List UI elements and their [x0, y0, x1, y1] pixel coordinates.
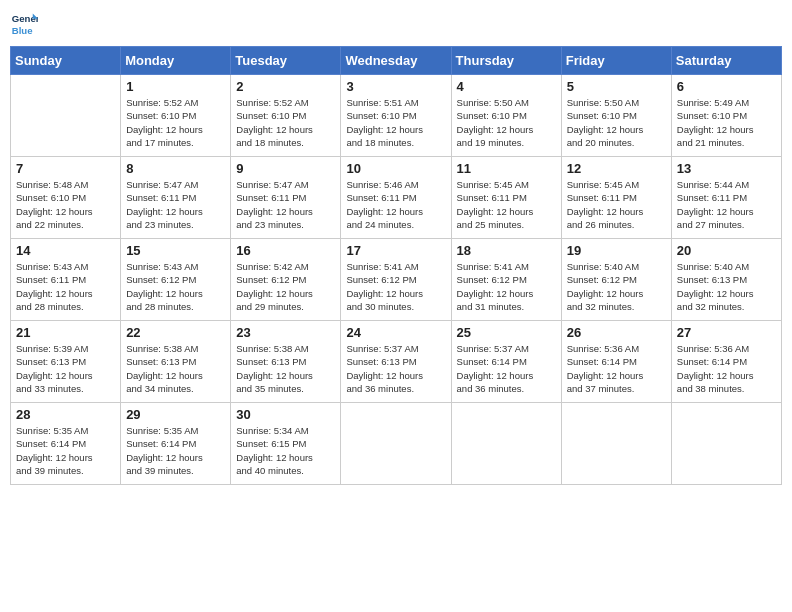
day-number: 9: [236, 161, 335, 176]
day-info: Sunrise: 5:48 AMSunset: 6:10 PMDaylight:…: [16, 178, 115, 231]
day-number: 26: [567, 325, 666, 340]
day-info: Sunrise: 5:38 AMSunset: 6:13 PMDaylight:…: [236, 342, 335, 395]
weekday-header: Wednesday: [341, 47, 451, 75]
day-info: Sunrise: 5:39 AMSunset: 6:13 PMDaylight:…: [16, 342, 115, 395]
calendar-cell: [451, 403, 561, 485]
calendar-cell: 4Sunrise: 5:50 AMSunset: 6:10 PMDaylight…: [451, 75, 561, 157]
calendar-cell: 7Sunrise: 5:48 AMSunset: 6:10 PMDaylight…: [11, 157, 121, 239]
day-number: 20: [677, 243, 776, 258]
day-number: 12: [567, 161, 666, 176]
calendar-cell: 27Sunrise: 5:36 AMSunset: 6:14 PMDayligh…: [671, 321, 781, 403]
day-info: Sunrise: 5:37 AMSunset: 6:13 PMDaylight:…: [346, 342, 445, 395]
day-number: 2: [236, 79, 335, 94]
day-number: 17: [346, 243, 445, 258]
weekday-header: Sunday: [11, 47, 121, 75]
day-info: Sunrise: 5:45 AMSunset: 6:11 PMDaylight:…: [457, 178, 556, 231]
calendar-cell: 13Sunrise: 5:44 AMSunset: 6:11 PMDayligh…: [671, 157, 781, 239]
calendar-cell: 20Sunrise: 5:40 AMSunset: 6:13 PMDayligh…: [671, 239, 781, 321]
calendar-cell: 22Sunrise: 5:38 AMSunset: 6:13 PMDayligh…: [121, 321, 231, 403]
day-info: Sunrise: 5:38 AMSunset: 6:13 PMDaylight:…: [126, 342, 225, 395]
day-info: Sunrise: 5:47 AMSunset: 6:11 PMDaylight:…: [236, 178, 335, 231]
day-number: 28: [16, 407, 115, 422]
day-info: Sunrise: 5:50 AMSunset: 6:10 PMDaylight:…: [567, 96, 666, 149]
day-number: 3: [346, 79, 445, 94]
day-number: 27: [677, 325, 776, 340]
day-info: Sunrise: 5:46 AMSunset: 6:11 PMDaylight:…: [346, 178, 445, 231]
day-info: Sunrise: 5:40 AMSunset: 6:13 PMDaylight:…: [677, 260, 776, 313]
day-info: Sunrise: 5:44 AMSunset: 6:11 PMDaylight:…: [677, 178, 776, 231]
calendar-cell: 23Sunrise: 5:38 AMSunset: 6:13 PMDayligh…: [231, 321, 341, 403]
day-info: Sunrise: 5:35 AMSunset: 6:14 PMDaylight:…: [126, 424, 225, 477]
calendar-table: SundayMondayTuesdayWednesdayThursdayFrid…: [10, 46, 782, 485]
day-info: Sunrise: 5:50 AMSunset: 6:10 PMDaylight:…: [457, 96, 556, 149]
calendar-cell: 15Sunrise: 5:43 AMSunset: 6:12 PMDayligh…: [121, 239, 231, 321]
day-number: 13: [677, 161, 776, 176]
day-number: 24: [346, 325, 445, 340]
day-info: Sunrise: 5:43 AMSunset: 6:12 PMDaylight:…: [126, 260, 225, 313]
logo: General Blue: [10, 10, 42, 38]
day-number: 10: [346, 161, 445, 176]
day-info: Sunrise: 5:36 AMSunset: 6:14 PMDaylight:…: [567, 342, 666, 395]
day-number: 14: [16, 243, 115, 258]
calendar-cell: 11Sunrise: 5:45 AMSunset: 6:11 PMDayligh…: [451, 157, 561, 239]
calendar-cell: 26Sunrise: 5:36 AMSunset: 6:14 PMDayligh…: [561, 321, 671, 403]
day-number: 29: [126, 407, 225, 422]
day-number: 1: [126, 79, 225, 94]
calendar-cell: 19Sunrise: 5:40 AMSunset: 6:12 PMDayligh…: [561, 239, 671, 321]
weekday-header: Friday: [561, 47, 671, 75]
day-number: 8: [126, 161, 225, 176]
day-info: Sunrise: 5:49 AMSunset: 6:10 PMDaylight:…: [677, 96, 776, 149]
day-info: Sunrise: 5:35 AMSunset: 6:14 PMDaylight:…: [16, 424, 115, 477]
calendar-cell: 5Sunrise: 5:50 AMSunset: 6:10 PMDaylight…: [561, 75, 671, 157]
page-header: General Blue: [10, 10, 782, 38]
calendar-cell: 24Sunrise: 5:37 AMSunset: 6:13 PMDayligh…: [341, 321, 451, 403]
weekday-header: Saturday: [671, 47, 781, 75]
calendar-cell: 29Sunrise: 5:35 AMSunset: 6:14 PMDayligh…: [121, 403, 231, 485]
day-number: 21: [16, 325, 115, 340]
calendar-week-row: 28Sunrise: 5:35 AMSunset: 6:14 PMDayligh…: [11, 403, 782, 485]
day-info: Sunrise: 5:41 AMSunset: 6:12 PMDaylight:…: [346, 260, 445, 313]
day-number: 15: [126, 243, 225, 258]
calendar-week-row: 14Sunrise: 5:43 AMSunset: 6:11 PMDayligh…: [11, 239, 782, 321]
day-number: 16: [236, 243, 335, 258]
calendar-cell: 14Sunrise: 5:43 AMSunset: 6:11 PMDayligh…: [11, 239, 121, 321]
day-info: Sunrise: 5:37 AMSunset: 6:14 PMDaylight:…: [457, 342, 556, 395]
calendar-cell: 8Sunrise: 5:47 AMSunset: 6:11 PMDaylight…: [121, 157, 231, 239]
day-info: Sunrise: 5:52 AMSunset: 6:10 PMDaylight:…: [126, 96, 225, 149]
day-number: 30: [236, 407, 335, 422]
day-number: 18: [457, 243, 556, 258]
calendar-cell: 3Sunrise: 5:51 AMSunset: 6:10 PMDaylight…: [341, 75, 451, 157]
calendar-cell: 10Sunrise: 5:46 AMSunset: 6:11 PMDayligh…: [341, 157, 451, 239]
calendar-cell: [341, 403, 451, 485]
calendar-week-row: 7Sunrise: 5:48 AMSunset: 6:10 PMDaylight…: [11, 157, 782, 239]
day-info: Sunrise: 5:41 AMSunset: 6:12 PMDaylight:…: [457, 260, 556, 313]
calendar-cell: 2Sunrise: 5:52 AMSunset: 6:10 PMDaylight…: [231, 75, 341, 157]
calendar-cell: 16Sunrise: 5:42 AMSunset: 6:12 PMDayligh…: [231, 239, 341, 321]
calendar-cell: 21Sunrise: 5:39 AMSunset: 6:13 PMDayligh…: [11, 321, 121, 403]
day-number: 7: [16, 161, 115, 176]
calendar-cell: 6Sunrise: 5:49 AMSunset: 6:10 PMDaylight…: [671, 75, 781, 157]
day-info: Sunrise: 5:51 AMSunset: 6:10 PMDaylight:…: [346, 96, 445, 149]
day-info: Sunrise: 5:47 AMSunset: 6:11 PMDaylight:…: [126, 178, 225, 231]
day-info: Sunrise: 5:43 AMSunset: 6:11 PMDaylight:…: [16, 260, 115, 313]
calendar-cell: 1Sunrise: 5:52 AMSunset: 6:10 PMDaylight…: [121, 75, 231, 157]
day-number: 19: [567, 243, 666, 258]
calendar-week-row: 1Sunrise: 5:52 AMSunset: 6:10 PMDaylight…: [11, 75, 782, 157]
day-info: Sunrise: 5:40 AMSunset: 6:12 PMDaylight:…: [567, 260, 666, 313]
weekday-header: Tuesday: [231, 47, 341, 75]
weekday-header: Thursday: [451, 47, 561, 75]
calendar-cell: 25Sunrise: 5:37 AMSunset: 6:14 PMDayligh…: [451, 321, 561, 403]
day-number: 4: [457, 79, 556, 94]
calendar-cell: [671, 403, 781, 485]
svg-text:Blue: Blue: [12, 25, 33, 36]
calendar-cell: 30Sunrise: 5:34 AMSunset: 6:15 PMDayligh…: [231, 403, 341, 485]
calendar-cell: 18Sunrise: 5:41 AMSunset: 6:12 PMDayligh…: [451, 239, 561, 321]
calendar-cell: [11, 75, 121, 157]
day-number: 6: [677, 79, 776, 94]
calendar-cell: 28Sunrise: 5:35 AMSunset: 6:14 PMDayligh…: [11, 403, 121, 485]
logo-icon: General Blue: [10, 10, 38, 38]
calendar-cell: 17Sunrise: 5:41 AMSunset: 6:12 PMDayligh…: [341, 239, 451, 321]
day-info: Sunrise: 5:42 AMSunset: 6:12 PMDaylight:…: [236, 260, 335, 313]
calendar-cell: 9Sunrise: 5:47 AMSunset: 6:11 PMDaylight…: [231, 157, 341, 239]
day-info: Sunrise: 5:45 AMSunset: 6:11 PMDaylight:…: [567, 178, 666, 231]
